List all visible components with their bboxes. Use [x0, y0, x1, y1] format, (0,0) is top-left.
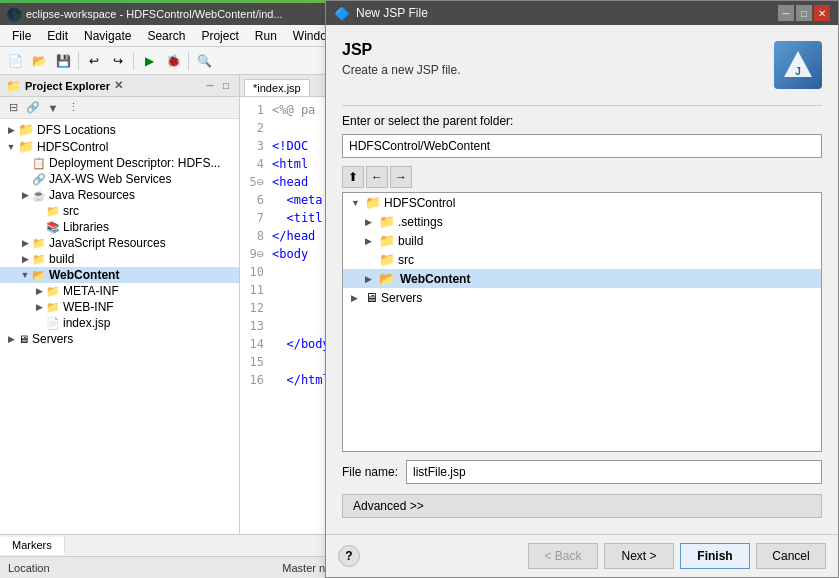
dialog-tree-item-hdfs[interactable]: ▼ 📁 HDFSControl: [343, 193, 821, 212]
dialog-wizard-title: JSP: [342, 41, 461, 59]
markers-tab[interactable]: Markers: [0, 537, 65, 555]
tree-nav-parent-button[interactable]: ⬆: [342, 166, 364, 188]
arrow-webinf: ▶: [32, 302, 46, 312]
menu-run[interactable]: Run: [247, 27, 285, 45]
new-button[interactable]: 📄: [4, 50, 26, 72]
dialog-tree-item-webcontent[interactable]: ▶ 📂 WebContent: [343, 269, 821, 288]
tree-item-deploy[interactable]: 📋 Deployment Descriptor: HDFS...: [0, 155, 239, 171]
tree-nav-bar: ⬆ ← →: [342, 166, 822, 188]
folder-icon-hdfs: 📁: [365, 195, 381, 210]
tree-item-build[interactable]: ▶ 📁 build: [0, 251, 239, 267]
dialog-tree-item-build[interactable]: ▶ 📁 build: [343, 231, 821, 250]
toolbar-separator-1: [78, 52, 79, 70]
collapse-all-button[interactable]: ⊟: [4, 99, 22, 117]
close-panel-icon[interactable]: ✕: [114, 79, 123, 92]
tree-nav-forward-button[interactable]: →: [390, 166, 412, 188]
tree-item-src[interactable]: 📁 src: [0, 203, 239, 219]
menu-project[interactable]: Project: [193, 27, 246, 45]
window-title: eclipse-workspace - HDFSControl/WebConte…: [26, 8, 283, 20]
tree-nav-back-button[interactable]: ←: [366, 166, 388, 188]
menu-file[interactable]: File: [4, 27, 39, 45]
jsres-icon: 📁: [32, 237, 46, 250]
project-explorer-title: Project Explorer: [25, 80, 110, 92]
filename-input[interactable]: [406, 460, 822, 484]
tree-label-servers: Servers: [32, 332, 73, 346]
tree-item-js-resources[interactable]: ▶ 📁 JavaScript Resources: [0, 235, 239, 251]
dialog-maximize-button[interactable]: □: [796, 5, 812, 21]
undo-button[interactable]: ↩: [83, 50, 105, 72]
finish-label: Finish: [697, 549, 732, 563]
tree-item-indexjsp[interactable]: 📄 index.jsp: [0, 315, 239, 331]
libs-icon: 📚: [46, 221, 60, 234]
tree-label-dfs: DFS Locations: [37, 123, 116, 137]
editor-tab-indexjsp[interactable]: *index.jsp: [244, 79, 310, 96]
tree-item-webcontent[interactable]: ▼ 📂 WebContent: [0, 267, 239, 283]
tree-item-jaxws[interactable]: 🔗 JAX-WS Web Services: [0, 171, 239, 187]
save-button[interactable]: 💾: [52, 50, 74, 72]
advanced-button[interactable]: Advanced >>: [342, 494, 822, 518]
menu-edit[interactable]: Edit: [39, 27, 76, 45]
run-button[interactable]: ▶: [138, 50, 160, 72]
arrow-hdfs: ▼: [4, 142, 18, 152]
folder-icon-build: 📁: [379, 233, 395, 248]
tree-item-java-resources[interactable]: ▶ ☕ Java Resources: [0, 187, 239, 203]
tree-item-webinf[interactable]: ▶ 📁 WEB-INF: [0, 299, 239, 315]
search-button[interactable]: 🔍: [193, 50, 215, 72]
build-icon: 📁: [32, 253, 46, 266]
tree-item-dfs-locations[interactable]: ▶ 📁 DFS Locations: [0, 121, 239, 138]
forward-icon: →: [395, 170, 407, 184]
link-editor-button[interactable]: 🔗: [24, 99, 42, 117]
maximize-panel-button[interactable]: □: [219, 79, 233, 93]
dialog-tree-container[interactable]: ▼ 📁 HDFSControl ▶ 📁 .settings ▶ 📁 build: [342, 192, 822, 452]
redo-button[interactable]: ↪: [107, 50, 129, 72]
dialog-header-area: JSP Create a new JSP file. J: [342, 41, 822, 89]
arrow-build: ▶: [18, 254, 32, 264]
dialog-tree-label-src: src: [398, 253, 414, 267]
dialog-icon: 🔷: [334, 6, 350, 21]
tree-item-servers[interactable]: ▶ 🖥 Servers: [0, 331, 239, 347]
folder-input[interactable]: [342, 134, 822, 158]
arrow-webcontent: ▼: [18, 270, 32, 280]
arrow-dialog-build: ▶: [365, 236, 379, 246]
project-explorer-panel: 📁 Project Explorer ✕ ─ □ ⊟ 🔗 ▼ ⋮ ▶ 📁 DFS…: [0, 75, 240, 534]
project-tree[interactable]: ▶ 📁 DFS Locations ▼ 📁 HDFSControl 📋 Depl…: [0, 119, 239, 534]
tree-label-jaxws: JAX-WS Web Services: [49, 172, 171, 186]
next-button[interactable]: Next >: [604, 543, 674, 569]
menu-search[interactable]: Search: [139, 27, 193, 45]
tree-label-metainf: META-INF: [63, 284, 119, 298]
dialog-header-text: JSP Create a new JSP file.: [342, 41, 461, 77]
dialog-tree-label-servers: Servers: [381, 291, 422, 305]
finish-button[interactable]: Finish: [680, 543, 750, 569]
tree-label-src: src: [63, 204, 79, 218]
cancel-button[interactable]: Cancel: [756, 543, 826, 569]
dialog-minimize-button[interactable]: ─: [778, 5, 794, 21]
webcontent-icon: 📂: [32, 269, 46, 282]
jsp-icon: 📄: [46, 317, 60, 330]
debug-button[interactable]: 🐞: [162, 50, 184, 72]
tree-item-libraries[interactable]: 📚 Libraries: [0, 219, 239, 235]
folder-label: Enter or select the parent folder:: [342, 114, 822, 128]
folder-icon: 📁: [18, 139, 34, 154]
arrow-dfs: ▶: [4, 125, 18, 135]
filter-button[interactable]: ▼: [44, 99, 62, 117]
open-button[interactable]: 📂: [28, 50, 50, 72]
help-button[interactable]: ?: [338, 545, 360, 567]
view-menu-button[interactable]: ⋮: [64, 99, 82, 117]
folder-icon: 📁: [18, 122, 34, 137]
arrow-jsres: ▶: [18, 238, 32, 248]
minimize-panel-button[interactable]: ─: [203, 79, 217, 93]
dialog-close-button[interactable]: ✕: [814, 5, 830, 21]
dialog-wizard-icon: J: [774, 41, 822, 89]
explorer-toolbar: ⊟ 🔗 ▼ ⋮: [0, 97, 239, 119]
dialog-tree-item-settings[interactable]: ▶ 📁 .settings: [343, 212, 821, 231]
tree-item-metainf[interactable]: ▶ 📁 META-INF: [0, 283, 239, 299]
metainf-icon: 📁: [46, 285, 60, 298]
dialog-tree-item-src[interactable]: 📁 src: [343, 250, 821, 269]
arrow-servers: ▶: [4, 334, 18, 344]
next-label: Next >: [621, 549, 656, 563]
tree-item-hdfs-control[interactable]: ▼ 📁 HDFSControl: [0, 138, 239, 155]
project-explorer-icon: 📁: [6, 79, 21, 93]
dialog-tree-item-servers[interactable]: ▶ 🖥 Servers: [343, 288, 821, 307]
back-button[interactable]: < Back: [528, 543, 598, 569]
menu-navigate[interactable]: Navigate: [76, 27, 139, 45]
